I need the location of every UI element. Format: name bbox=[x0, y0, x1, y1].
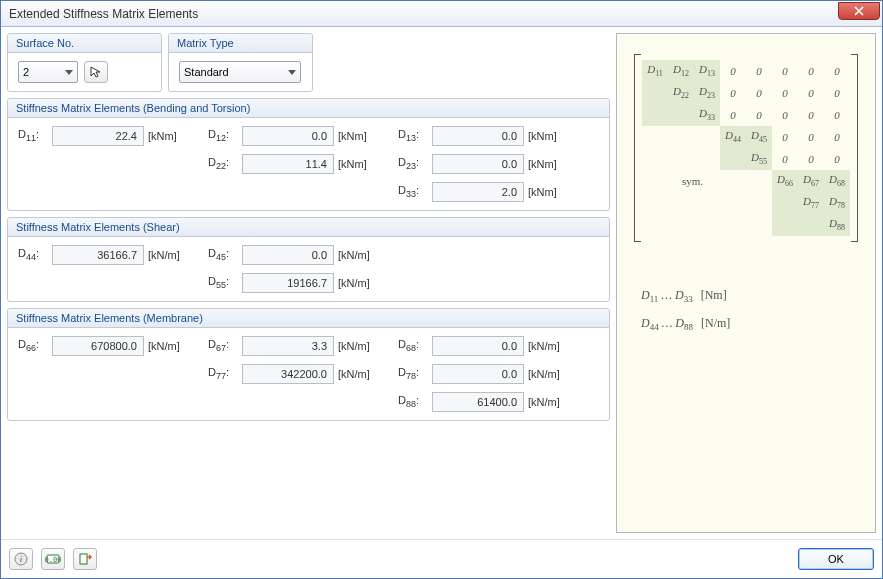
field-d12: D12:[kNm] bbox=[208, 126, 398, 146]
surface-label: Surface No. bbox=[8, 34, 161, 53]
ok-button[interactable]: OK bbox=[798, 548, 874, 570]
field-d68: D68:[kN/m] bbox=[398, 336, 588, 356]
d13-input[interactable] bbox=[432, 126, 524, 146]
d55-input[interactable] bbox=[242, 273, 334, 293]
shear-title: Stiffness Matrix Elements (Shear) bbox=[8, 218, 609, 237]
help-icon: i bbox=[14, 552, 28, 566]
stiffness-matrix: D11D12D1300000 D22D2300000 D3300000 D44D… bbox=[634, 54, 858, 242]
close-icon bbox=[854, 6, 864, 16]
pick-surface-button[interactable] bbox=[84, 61, 108, 83]
bending-group: Stiffness Matrix Elements (Bending and T… bbox=[7, 98, 610, 211]
chevron-down-icon bbox=[65, 70, 73, 75]
d23-input[interactable] bbox=[432, 154, 524, 174]
field-d33: D33:[kNm] bbox=[398, 182, 588, 202]
matrix-type-group: Matrix Type Standard bbox=[168, 33, 313, 92]
matrix-type-value: Standard bbox=[184, 66, 229, 78]
field-d66: D66:[kN/m] bbox=[18, 336, 208, 356]
left-panel: Surface No. 2 bbox=[7, 33, 610, 533]
d77-input[interactable] bbox=[242, 364, 334, 384]
table-export-icon bbox=[78, 552, 92, 566]
window-title: Extended Stiffness Matrix Elements bbox=[9, 7, 198, 21]
field-d23: D23:[kNm] bbox=[398, 154, 588, 174]
field-d77: D77:[kN/m] bbox=[208, 364, 398, 384]
chevron-down-icon bbox=[288, 70, 296, 75]
d45-input[interactable] bbox=[242, 245, 334, 265]
dialog-footer: i 0.00 OK bbox=[1, 539, 882, 578]
titlebar: Extended Stiffness Matrix Elements bbox=[1, 1, 882, 27]
matrix-type-label: Matrix Type bbox=[169, 34, 312, 53]
field-d88: D88:[kN/m] bbox=[398, 392, 588, 412]
d68-input[interactable] bbox=[432, 336, 524, 356]
d78-input[interactable] bbox=[432, 364, 524, 384]
field-d78: D78:[kN/m] bbox=[398, 364, 588, 384]
matrix-preview-panel: D11D12D1300000 D22D2300000 D3300000 D44D… bbox=[616, 33, 876, 533]
d67-input[interactable] bbox=[242, 336, 334, 356]
matrix-type-select[interactable]: Standard bbox=[179, 61, 301, 83]
units-button[interactable]: 0.00 bbox=[41, 548, 65, 570]
matrix-legend: D11 … D33[Nm] D44 … D88[N/m] bbox=[641, 282, 851, 338]
field-d45: D45:[kN/m] bbox=[208, 245, 398, 265]
export-button[interactable] bbox=[73, 548, 97, 570]
d11-input[interactable] bbox=[52, 126, 144, 146]
d88-input[interactable] bbox=[432, 392, 524, 412]
sym-label: sym. bbox=[668, 170, 720, 192]
surface-group: Surface No. 2 bbox=[7, 33, 162, 92]
dialog-window: Extended Stiffness Matrix Elements Surfa… bbox=[0, 0, 883, 579]
d22-input[interactable] bbox=[242, 154, 334, 174]
svg-rect-4 bbox=[80, 554, 87, 564]
d12-input[interactable] bbox=[242, 126, 334, 146]
d44-input[interactable] bbox=[52, 245, 144, 265]
field-d13: D13:[kNm] bbox=[398, 126, 588, 146]
membrane-title: Stiffness Matrix Elements (Membrane) bbox=[8, 309, 609, 328]
bending-title: Stiffness Matrix Elements (Bending and T… bbox=[8, 99, 609, 118]
content-area: Surface No. 2 bbox=[1, 27, 882, 539]
cursor-icon bbox=[89, 65, 103, 79]
close-button[interactable] bbox=[838, 2, 880, 20]
field-d44: D44:[kN/m] bbox=[18, 245, 208, 265]
d66-input[interactable] bbox=[52, 336, 144, 356]
decimal-icon: 0.00 bbox=[45, 552, 61, 566]
shear-group: Stiffness Matrix Elements (Shear) D44:[k… bbox=[7, 217, 610, 302]
field-d67: D67:[kN/m] bbox=[208, 336, 398, 356]
top-group-row: Surface No. 2 bbox=[7, 33, 610, 92]
svg-text:0.00: 0.00 bbox=[45, 556, 61, 564]
membrane-group: Stiffness Matrix Elements (Membrane) D66… bbox=[7, 308, 610, 421]
surface-value: 2 bbox=[23, 66, 29, 78]
surface-select[interactable]: 2 bbox=[18, 61, 78, 83]
field-d22: D22:[kNm] bbox=[208, 154, 398, 174]
help-button[interactable]: i bbox=[9, 548, 33, 570]
d33-input[interactable] bbox=[432, 182, 524, 202]
field-d55: D55:[kN/m] bbox=[208, 273, 398, 293]
field-d11: D11:[kNm] bbox=[18, 126, 208, 146]
